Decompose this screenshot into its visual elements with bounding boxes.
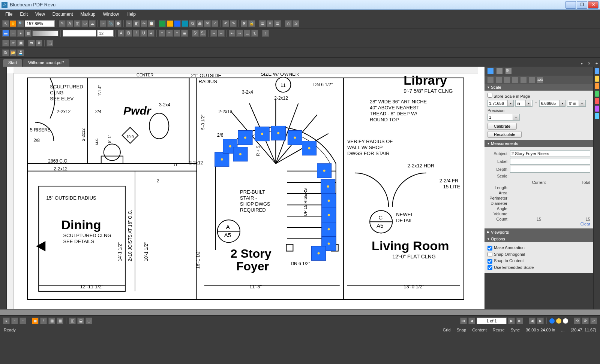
dock-chip-5[interactable] [595,98,599,104]
arrow-start-icon[interactable]: ↔ [210,30,217,37]
meas-area-icon[interactable]: ▱ [10,40,16,46]
font-color-icon[interactable]: A [118,30,124,37]
meas-length-icon[interactable]: ↔ [2,40,9,46]
right-dock[interactable] [593,67,600,309]
redo-icon[interactable]: ↷ [230,20,237,27]
status-sync[interactable]: Sync [511,328,520,332]
menu-document[interactable]: Document [49,10,77,18]
tool-length-icon[interactable] [488,77,494,83]
expand-icon[interactable]: ⤢ [590,318,597,324]
section-measurements-header[interactable]: Measurements [484,140,593,147]
status-snap[interactable]: Snap [457,328,466,332]
tool-diam-icon[interactable] [512,77,518,83]
dock-chip-7[interactable] [595,113,599,119]
store-scale-checkbox[interactable] [488,93,492,98]
menu-file[interactable]: File [2,10,16,18]
label-input[interactable] [510,158,590,165]
flag-teal-icon[interactable] [182,20,188,27]
view-grid-icon[interactable]: ▦ [57,318,63,324]
lock-icon[interactable]: 🔒 [248,20,255,27]
attach-icon[interactable]: 📎 [107,20,114,27]
panel-tab-settings-icon[interactable]: ⚙ [506,68,512,74]
opt-snap-content[interactable] [488,259,492,264]
scale-unit-right[interactable] [567,100,579,106]
split-h-icon[interactable]: ◫ [69,318,76,324]
status-reuse[interactable]: Reuse [493,328,505,332]
panel-tab-links-icon[interactable] [496,68,502,74]
align-l-icon[interactable]: ≣ [259,20,266,27]
horizontal-scrollbar[interactable] [0,309,600,315]
tool-volume-icon[interactable] [529,77,535,83]
left-dock[interactable] [0,67,7,309]
panel-tab-measure-icon[interactable] [488,68,494,74]
subject-input[interactable] [510,150,590,157]
paste-icon[interactable]: 📋 [148,20,155,27]
email-icon[interactable]: ✉ [204,20,211,27]
menu-view[interactable]: View [32,10,49,18]
indentr-icon[interactable]: ⇥ [236,30,243,37]
close-button[interactable]: ✕ [588,1,598,9]
bold-icon[interactable]: B [125,30,132,37]
new-icon[interactable]: 🗎 [2,49,9,56]
dim-bulb-3[interactable] [563,318,568,324]
flag-yellow-icon[interactable] [166,20,173,27]
tab-document[interactable]: Wilhome-count.pdf* [23,59,69,67]
link-icon[interactable]: ∞ [100,20,106,27]
pan-tool-icon[interactable]: ✋ [10,20,16,27]
count-icon[interactable]: ⬚ [46,40,53,46]
misc1-icon[interactable]: ⎙ [285,20,292,27]
font-size-input[interactable] [97,30,114,37]
text-icon[interactable]: A [66,20,73,27]
spell-icon[interactable]: ✓ [212,20,218,27]
meas-volume-icon[interactable]: ▣ [17,40,24,46]
status-content[interactable]: Content [472,328,487,332]
thumb2-icon[interactable]: ▫ [20,318,26,324]
scale-right-input[interactable] [540,100,559,106]
line-color-icon[interactable]: ▬ [2,30,9,37]
dock-chip-4[interactable] [595,91,599,97]
indentl-icon[interactable]: ⇤ [229,30,236,37]
flag-green-icon[interactable] [159,20,166,27]
menu-window[interactable]: Window [99,10,123,18]
first-page-icon[interactable]: ⏮ [460,318,467,324]
canvas[interactable]: Library 9'-7 5/8" FLAT CLNG Living Room … [7,67,484,309]
flip-h-icon[interactable]: ⇋ [28,40,35,46]
strike-icon[interactable]: T̶ [148,30,154,37]
section-viewports-header[interactable]: ▸ Viewports [484,228,593,236]
scale-unit-left[interactable] [516,100,525,106]
minimize-button[interactable]: _ [566,1,576,9]
recalculate-button[interactable]: Recalculate [488,131,522,138]
nav-back-icon[interactable]: ◀ [529,318,536,324]
opt-make-annotation[interactable] [488,246,492,251]
cloud-icon[interactable]: ☁ [89,20,96,27]
super-icon[interactable]: S¹ [192,30,199,37]
shape-icon[interactable]: ▭ [81,20,88,27]
tab-close-icon[interactable]: ✕ [586,60,592,67]
thumb-collapse-icon[interactable]: ▸ [3,318,10,324]
menu-markup[interactable]: Markup [77,10,99,18]
status-grid[interactable]: Grid [443,328,451,332]
split-off-icon[interactable]: ◻ [86,318,92,324]
sub-icon[interactable]: S₁ [200,30,206,37]
numlist-icon[interactable]: ⒈ [251,30,258,37]
dock-chip-2[interactable] [595,76,599,82]
page-input[interactable] [477,318,507,324]
align-r-icon[interactable]: ≣ [274,20,281,27]
flag-blue-icon[interactable] [174,20,181,27]
maximize-button[interactable]: ❐ [577,1,587,9]
stamp-icon[interactable]: ⬣ [115,20,122,27]
just-c-icon[interactable]: ≡ [166,30,173,37]
flip-v-icon[interactable]: ⇵ [36,40,42,46]
underline-icon[interactable]: U [140,30,147,37]
precision-input[interactable] [488,114,513,120]
view-cont-icon[interactable]: ⁞ [40,318,47,324]
fill-color-icon[interactable]: ● [17,30,24,37]
select-tool-icon[interactable]: ↖ [2,20,9,27]
print-icon[interactable]: 🖶 [196,20,203,27]
dd-icon[interactable]: ▾ [507,100,513,106]
scale-left-input[interactable] [488,100,507,106]
just-j-icon[interactable]: ≣ [181,30,188,37]
tool-area-icon[interactable] [496,77,502,83]
dim-bulb-1[interactable] [549,318,555,324]
save-icon[interactable]: 💾 [17,49,24,56]
